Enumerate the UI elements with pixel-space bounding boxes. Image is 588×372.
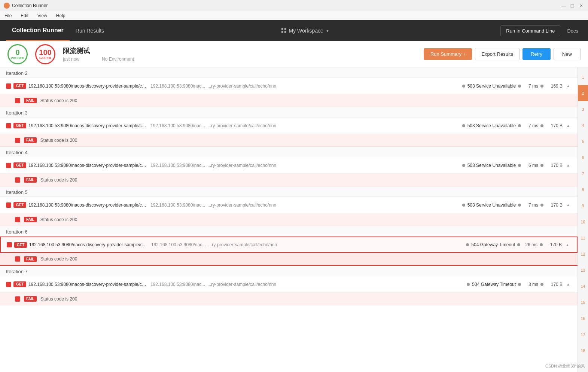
expand-button[interactable]: ▲ [564,243,571,247]
request-url-main: 192.168.100.53:9080/nacos-discovery-prov… [28,123,148,128]
request-url-short: 192.168.100.53:9080/nac... [151,242,206,247]
expand-button[interactable]: ▲ [565,163,572,167]
run-summary-button[interactable]: Run Summary › [424,48,472,60]
retry-button[interactable]: Retry [523,48,551,60]
size-dot [540,283,543,286]
expand-button[interactable]: ▲ [565,282,572,286]
expand-button[interactable]: ▲ [565,203,572,207]
iteration-header-5: Iteration 5 [0,186,578,197]
fail-indicator [15,217,20,222]
time-dot [518,283,521,286]
status-dot [466,243,469,246]
request-row-highlighted[interactable]: GET 192.168.100.53:9080/nacos-discovery-… [0,237,578,253]
request-url-short: 192.168.100.53:9080/nac... [150,123,205,128]
nav-collection-runner[interactable]: Collection Runner [6,20,70,41]
fail-indicator [15,138,20,143]
sidebar-num-11[interactable]: 11 [578,230,588,246]
iteration-header-2: Iteration 2 [0,67,578,78]
status-indicator [6,163,11,168]
request-url-main: 192.168.100.53:9080/nacos-discovery-prov… [28,83,148,89]
maximize-button[interactable]: □ [569,3,575,9]
status-text: 504 Gateway Timeout [472,282,516,287]
sidebar-num-10[interactable]: 10 [578,214,588,230]
size: 170 B [546,163,563,168]
watermark: CSDN @北纬39°的风 [545,363,585,369]
request-row[interactable]: GET 192.168.100.53:9080/nacos-discovery-… [0,78,578,94]
export-results-button[interactable]: Export Results [475,48,520,60]
sidebar-num-13[interactable]: 13 [578,262,588,278]
request-row[interactable]: GET 192.168.100.53:9080/nacos-discovery-… [0,276,578,293]
size: 170 B [546,202,563,208]
size-dot [540,243,543,246]
workspace-grid-icon [281,28,287,33]
status-text: 503 Service Unavailable [467,202,516,208]
sidebar-num-9[interactable]: 9 [578,198,588,214]
status-text: 504 Gateway Timeout [471,242,515,247]
menu-file[interactable]: File [3,12,13,19]
status-dot [462,85,465,88]
timing: 7 ms [523,202,538,208]
menu-view[interactable]: View [36,12,49,19]
sidebar-num-7[interactable]: 7 [578,165,588,182]
sidebar-num-12[interactable]: 12 [578,246,588,262]
app-icon [4,3,10,9]
expand-button[interactable]: ▲ [565,84,572,88]
menu-edit[interactable]: Edit [19,12,30,19]
sidebar-num-14[interactable]: 14 [578,278,588,294]
size: 170 B [545,242,562,247]
sidebar-num-16[interactable]: 16 [578,310,588,326]
fail-indicator [15,98,20,103]
sidebar-num-1[interactable]: 1 [578,69,588,85]
menu-help[interactable]: Help [55,12,67,19]
fail-badge: FAIL [24,137,37,143]
sidebar-num-3[interactable]: 3 [578,101,588,117]
fail-indicator [15,177,20,183]
sidebar-num-4[interactable]: 4 [578,117,588,133]
docs-button[interactable]: Docs [563,26,582,36]
sidebar-num-15[interactable]: 15 [578,294,588,310]
workspace-selector[interactable]: My Workspace ▼ [110,28,500,34]
run-actions: Run Summary › Export Results Retry New [424,48,581,60]
size: 170 B [546,282,563,287]
iteration-header-6: Iteration 6 [0,226,578,237]
nav-run-results[interactable]: Run Results [70,20,110,41]
expand-button[interactable]: ▲ [565,124,572,128]
sidebar-num-5[interactable]: 5 [578,133,588,149]
run-environment: No Environment [102,57,134,62]
sidebar-num-2[interactable]: 2 [578,85,588,101]
status-indicator [6,202,11,208]
title-bar-title: Collection Runner [12,3,560,8]
fail-message: Status code is 200 [40,256,77,262]
fail-message: Status code is 200 [40,98,77,103]
iteration-header-3: Iteration 3 [0,107,578,118]
fail-badge: FAIL [24,296,37,302]
run-in-command-line-button[interactable]: Run In Command Line [500,25,560,36]
results-container: Iteration 2 GET 192.168.100.53:9080/naco… [0,67,588,372]
fail-message: Status code is 200 [40,296,77,302]
request-row[interactable]: GET 192.168.100.53:9080/nacos-discovery-… [0,197,578,213]
new-button[interactable]: New [554,48,581,60]
size-dot [540,85,543,88]
fail-row: FAIL Status code is 200 [0,213,578,226]
passed-badge: 0 PASSED [7,44,28,64]
header-right: Run In Command Line Docs [500,25,582,36]
size: 169 B [546,83,563,89]
minimize-button[interactable]: — [560,3,566,9]
iteration-header-7: Iteration 7 [0,266,578,276]
status-indicator [7,242,12,247]
request-row[interactable]: GET 192.168.100.53:9080/nacos-discovery-… [0,118,578,134]
sidebar-num-18[interactable]: 18 [578,342,588,359]
results-main: Iteration 2 GET 192.168.100.53:9080/naco… [0,67,578,372]
fail-message: Status code is 200 [40,217,77,222]
request-url-main: 192.168.100.53:9080/nacos-discovery-prov… [28,163,148,168]
fail-indicator [15,256,20,262]
sidebar-num-17[interactable]: 17 [578,326,588,342]
size: 170 B [546,123,563,128]
fail-message: Status code is 200 [40,177,77,183]
status-dot [462,124,465,127]
sidebar-num-8[interactable]: 8 [578,182,588,198]
sidebar-num-6[interactable]: 6 [578,149,588,165]
close-button[interactable]: × [578,3,584,9]
request-row[interactable]: GET 192.168.100.53:9080/nacos-discovery-… [0,157,578,174]
menu-bar: File Edit View Help [0,11,588,20]
